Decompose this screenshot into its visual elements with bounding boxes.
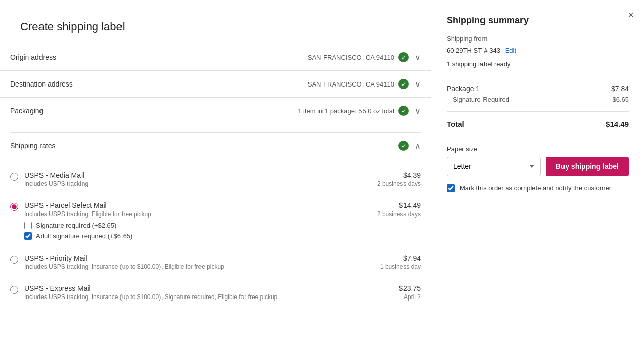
usps-express-days: April 2: [370, 293, 421, 301]
usps-parcel-options: Signature required (+$2.65) Adult signat…: [24, 222, 364, 240]
usps-express-name: USPS - Express Mail: [24, 284, 364, 292]
packaging-chevron-icon: ∨: [415, 106, 421, 116]
destination-address-row[interactable]: Destination address SAN FRANCISCO, CA 94…: [0, 70, 431, 97]
total-label: Total: [447, 120, 464, 129]
close-button[interactable]: ×: [628, 9, 634, 21]
mark-complete-row: Mark this order as complete and notify t…: [447, 184, 629, 192]
usps-media-name: USPS - Media Mail: [24, 171, 364, 179]
buy-shipping-label-button[interactable]: Buy shipping label: [546, 157, 629, 176]
packaging-label: Packaging: [10, 107, 43, 115]
shipping-rates-section: Shipping rates ✓ ∧ USPS - Media Mail Inc…: [0, 124, 431, 313]
adult-signature-checkbox[interactable]: [24, 232, 32, 240]
origin-address-row[interactable]: Origin address SAN FRANCISCO, CA 94110 ✓…: [0, 44, 431, 70]
summary-divider-top: [447, 76, 629, 76]
summary-divider-after-total: [447, 137, 629, 137]
usps-priority-radio[interactable]: [10, 256, 18, 264]
usps-media-radio[interactable]: [10, 173, 18, 181]
paper-size-controls: Letter 4x6 Buy shipping label: [447, 157, 629, 176]
usps-parcel-price: $14.49: [370, 201, 421, 209]
packaging-row[interactable]: Packaging 1 item in 1 package: 55.0 oz t…: [0, 97, 431, 124]
usps-parcel-name: USPS - Parcel Select Mail: [24, 201, 364, 209]
destination-chevron-icon: ∨: [415, 79, 421, 89]
usps-express-radio[interactable]: [10, 286, 18, 294]
usps-express-details: USPS - Express Mail Includes USPS tracki…: [24, 284, 364, 301]
destination-check-icon: ✓: [398, 79, 409, 89]
rate-item-usps-express: USPS - Express Mail Includes USPS tracki…: [10, 277, 421, 308]
paper-size-label: Paper size: [447, 145, 629, 153]
origin-chevron-icon: ∨: [415, 53, 421, 62]
summary-ready-label: 1 shipping label ready: [447, 60, 629, 68]
usps-priority-days: 1 business day: [370, 263, 421, 270]
usps-media-details: USPS - Media Mail Includes USPS tracking: [24, 171, 364, 187]
usps-parcel-price-col: $14.49 2 business days: [370, 201, 421, 218]
usps-media-days: 2 business days: [370, 180, 421, 187]
packaging-check-icon: ✓: [398, 106, 409, 116]
origin-address-label: Origin address: [10, 53, 56, 61]
summary-title: Shipping summary: [447, 15, 629, 26]
signature-price: $6.65: [612, 96, 629, 103]
usps-express-desc: Includes USPS tracking, Insurance (up to…: [24, 293, 364, 301]
modal-title: Create shipping label: [10, 20, 421, 44]
shipping-rates-header[interactable]: Shipping rates ✓ ∧: [10, 132, 421, 159]
summary-divider-bottom: [447, 111, 629, 112]
usps-parcel-desc: Includes USPS tracking, Eligible for fre…: [24, 210, 364, 218]
mark-complete-checkbox[interactable]: [447, 184, 455, 192]
usps-parcel-days: 2 business days: [370, 210, 421, 218]
shipping-rates-check-icon: ✓: [398, 141, 409, 151]
summary-signature-row: Signature Required $6.65: [447, 96, 629, 103]
paper-size-select[interactable]: Letter 4x6: [447, 157, 541, 176]
adult-signature-option[interactable]: Adult signature required (+$6.65): [24, 232, 364, 240]
total-price: $14.49: [606, 120, 629, 129]
rate-item-usps-priority: USPS - Priority Mail Includes USPS track…: [10, 247, 421, 277]
shipping-from-label: Shipping from: [447, 34, 629, 45]
shipping-from-address: 60 29TH ST # 343: [447, 47, 500, 54]
right-panel: Shipping summary Shipping from 60 29TH S…: [431, 0, 644, 339]
usps-parcel-details: USPS - Parcel Select Mail Includes USPS …: [24, 201, 364, 240]
usps-media-desc: Includes USPS tracking: [24, 180, 364, 187]
usps-priority-desc: Includes USPS tracking, Insurance (up to…: [24, 263, 364, 270]
destination-address-label: Destination address: [10, 80, 73, 88]
signature-label: Signature Required: [453, 96, 509, 103]
rate-item-usps-media: USPS - Media Mail Includes USPS tracking…: [10, 164, 421, 194]
origin-check-icon: ✓: [398, 52, 409, 62]
signature-required-option[interactable]: Signature required (+$2.65): [24, 222, 364, 229]
package-price: $7.84: [611, 84, 629, 93]
adult-signature-label: Adult signature required (+$6.65): [36, 232, 132, 240]
usps-priority-price: $7.94: [370, 254, 421, 262]
usps-express-price-col: $23.75 April 2: [370, 284, 421, 301]
signature-required-label: Signature required (+$2.65): [36, 222, 116, 229]
usps-media-price-col: $4.39 2 business days: [370, 171, 421, 187]
usps-media-price: $4.39: [370, 171, 421, 179]
usps-priority-name: USPS - Priority Mail: [24, 254, 364, 262]
destination-address-value: SAN FRANCISCO, CA 94110: [308, 80, 394, 88]
packaging-value: 1 item in 1 package: 55.0 oz total: [298, 107, 394, 115]
signature-required-checkbox[interactable]: [24, 222, 32, 229]
origin-address-value: SAN FRANCISCO, CA 94110: [308, 54, 394, 61]
rates-list: USPS - Media Mail Includes USPS tracking…: [10, 159, 421, 313]
usps-parcel-radio[interactable]: [10, 203, 18, 211]
mark-complete-label: Mark this order as complete and notify t…: [460, 184, 611, 192]
summary-package-row: Package 1 $7.84: [447, 84, 629, 93]
shipping-rates-chevron-icon: ∧: [415, 141, 421, 151]
usps-priority-details: USPS - Priority Mail Includes USPS track…: [24, 254, 364, 270]
rate-item-usps-parcel: USPS - Parcel Select Mail Includes USPS …: [10, 194, 421, 247]
edit-address-link[interactable]: Edit: [505, 47, 516, 54]
package-label: Package 1: [447, 84, 480, 93]
usps-priority-price-col: $7.94 1 business day: [370, 254, 421, 270]
summary-total-row: Total $14.49: [447, 120, 629, 129]
usps-express-price: $23.75: [370, 284, 421, 292]
shipping-rates-label: Shipping rates: [10, 142, 56, 150]
